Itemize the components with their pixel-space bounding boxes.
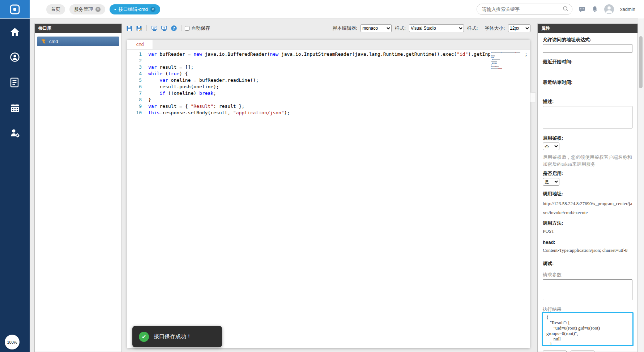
properties-footer	[543, 351, 632, 352]
execution-result-label: 执行结果	[543, 306, 632, 312]
panel-bottom-button-1[interactable]	[543, 351, 567, 352]
code-line[interactable]: 4while (true) {	[127, 71, 530, 77]
code-editor-card: cmd 1var bufReader = new java.io.Buffere…	[127, 40, 530, 348]
description-label: 描述:	[543, 98, 632, 105]
invoke-address-label: 调用地址:	[543, 191, 632, 197]
head-label: head:	[543, 239, 632, 245]
autosave-checkbox[interactable]	[185, 26, 189, 31]
notification-bell-icon[interactable]	[592, 6, 598, 13]
tab-home[interactable]: 首页	[46, 4, 65, 14]
sidebar-item-home[interactable]	[0, 19, 30, 44]
description-textarea[interactable]	[543, 106, 632, 128]
code-line[interactable]: 3var result = [];	[127, 64, 530, 71]
app-logo[interactable]	[0, 0, 30, 18]
svg-text:?: ?	[173, 26, 175, 30]
enabled-label: 是否启用:	[543, 170, 632, 177]
head-value: Content-Type:application/json; charset=u…	[543, 247, 632, 253]
app-sidebar: 100%	[0, 18, 30, 352]
end-time-label: 最近结束时间:	[543, 79, 632, 85]
invoke-method-label: 调用方法:	[543, 220, 632, 226]
window-scrollbar[interactable]	[638, 18, 644, 352]
minimap[interactable]	[490, 50, 525, 348]
auth-label: 启用鉴权:	[543, 135, 632, 141]
user-portrait-icon	[10, 52, 20, 62]
tab-interface-edit-cmd[interactable]: • 接口编辑-cmd ✕	[110, 4, 160, 14]
import-icon[interactable]	[161, 25, 168, 32]
user-gear-icon	[10, 128, 20, 138]
autosave-toggle[interactable]: 自动保存	[185, 25, 210, 31]
code-line[interactable]: 7 if (!oneline) break;	[127, 90, 530, 97]
editor-tab-bar: cmd	[127, 40, 530, 50]
code-editor[interactable]: 1var bufReader = new java.io.BufferedRea…	[127, 50, 530, 348]
code-line[interactable]: 1var bufReader = new java.io.BufferedRea…	[127, 51, 530, 58]
sidebar-item-forms[interactable]	[0, 70, 30, 95]
editor-theme-select[interactable]: Visual Studio	[409, 24, 464, 32]
sidebar-item-user-settings[interactable]	[0, 120, 30, 146]
enabled-select[interactable]: 是	[543, 178, 559, 186]
sidebar-item-calendar[interactable]	[0, 95, 30, 120]
tab-service-management-label: 服务管理	[74, 6, 93, 13]
script-editor-select[interactable]: monaco	[361, 24, 392, 32]
code-line[interactable]: 6 result.push(oneline);	[127, 84, 530, 90]
search-icon[interactable]	[563, 6, 569, 12]
panel-resize-handle[interactable]: —	[530, 92, 536, 102]
code-line[interactable]: 10this.response.setBody(result, "applica…	[127, 110, 530, 116]
save-icon[interactable]	[125, 25, 133, 32]
autosave-label: 自动保存	[191, 25, 210, 31]
close-icon[interactable]: ✕	[150, 7, 155, 12]
calendar-icon	[10, 103, 20, 113]
username-label: xadmin	[620, 7, 635, 12]
zoom-level-label: 100%	[7, 340, 17, 344]
invoke-address-value: http://123.58.224.8:27690/x_program_cent…	[543, 199, 632, 217]
code-line[interactable]: 2	[127, 58, 530, 64]
modified-dot: •	[114, 7, 116, 12]
editor-tab-label: cmd	[136, 42, 144, 47]
list-item-cmd[interactable]: cmd	[37, 37, 119, 46]
zoom-level-badge[interactable]: 100%	[5, 335, 20, 349]
save-as-icon[interactable]	[135, 25, 142, 32]
script-editor-label: 脚本编辑器:	[333, 25, 358, 31]
address-expression-label: 允许访问的地址表达式:	[543, 37, 632, 43]
panel-bottom-button-2[interactable]	[571, 351, 594, 352]
properties-panel-header: 属性	[538, 24, 637, 33]
properties-panel: 属性 允许访问的地址表达式: 最近开始时间: 最近结束时间: 描述: 启用鉴权:…	[537, 24, 638, 352]
style-label-2: 样式:	[467, 25, 478, 31]
search-box	[477, 4, 572, 15]
execution-result-box[interactable]: { "Result": [ "uid=0(root) gid=0(root) g…	[542, 312, 634, 346]
search-input[interactable]	[477, 4, 572, 15]
start-time-label: 最近开始时间:	[543, 59, 632, 65]
app-logo-icon	[9, 4, 20, 15]
export-icon[interactable]	[151, 25, 158, 32]
list-item-label: cmd	[49, 39, 58, 44]
help-icon[interactable]: ?	[170, 25, 178, 32]
code-line[interactable]: 5 var oneline = bufReader.readLine();	[127, 77, 530, 84]
interface-library-panel: 接口库 cmd	[34, 24, 122, 352]
library-panel-title: 接口库	[38, 25, 51, 31]
success-check-icon: ✔	[139, 332, 149, 342]
style-label: 样式:	[395, 25, 406, 31]
home-icon	[10, 27, 20, 37]
topbar: 首页 服务管理 ✕ • 接口编辑-cmd ✕	[0, 0, 644, 19]
toast-message: 接口保存成功！	[154, 333, 192, 340]
tab-interface-edit-cmd-label: 接口编辑-cmd	[119, 6, 148, 13]
tab-service-management[interactable]: 服务管理 ✕	[69, 4, 105, 14]
library-panel-header: 接口库	[35, 24, 121, 33]
user-avatar[interactable]	[604, 4, 614, 14]
window-scrollbar-thumb[interactable]	[639, 36, 643, 88]
message-icon[interactable]	[579, 6, 585, 13]
sidebar-item-contacts[interactable]	[0, 44, 30, 70]
auth-select[interactable]: 否	[543, 143, 559, 150]
breadcrumb-tabs: 首页 服务管理 ✕ • 接口编辑-cmd ✕	[46, 4, 160, 14]
topbar-right: xadmin	[477, 4, 644, 15]
code-line[interactable]: 9var result = { "Result": result };	[127, 103, 530, 110]
close-icon[interactable]: ✕	[95, 7, 101, 12]
address-expression-input[interactable]	[543, 44, 632, 53]
request-params-textarea[interactable]	[543, 279, 632, 300]
editor-tab-cmd[interactable]: cmd	[127, 40, 153, 49]
font-size-label: 字体大小:	[485, 25, 505, 31]
font-size-select[interactable]: 12px	[508, 24, 530, 32]
debug-label: 调试:	[543, 260, 632, 267]
code-lines: 1var bufReader = new java.io.BufferedRea…	[127, 51, 530, 116]
code-line[interactable]: 8}	[127, 97, 530, 103]
invoke-method-value: POST	[543, 228, 632, 234]
